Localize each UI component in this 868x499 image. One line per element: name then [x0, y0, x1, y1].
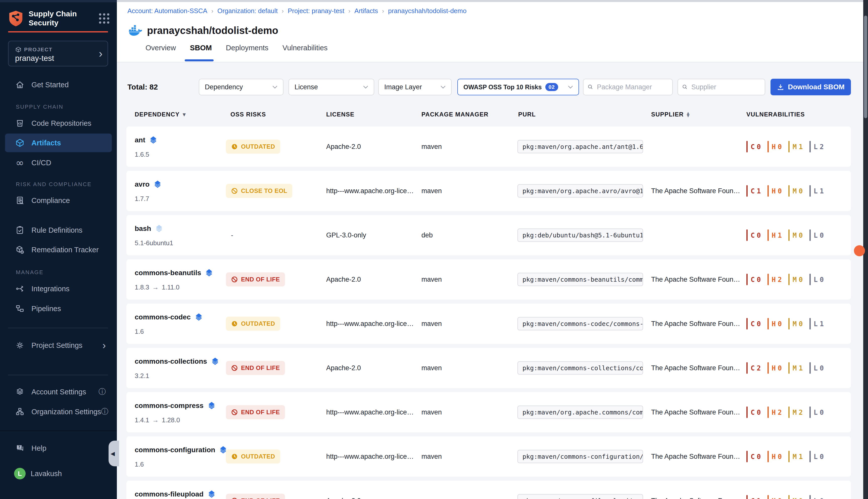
sidebar-collapse-handle[interactable]: ◀	[109, 441, 119, 466]
purl-chip[interactable]: pkg:maven/org.apache.avro/avro@1…	[517, 184, 643, 198]
license-filter-select[interactable]: License	[289, 79, 374, 95]
owasp-risks-filter-select[interactable]: OWASP OSS Top 10 Risks 02	[457, 79, 579, 95]
window-top-edge	[0, 0, 117, 2]
supplier-search-input[interactable]	[691, 83, 761, 91]
image-layer-filter-select[interactable]: Image Layer	[378, 79, 452, 95]
window-top-edge	[117, 0, 868, 2]
vuln-medium-count: M0	[788, 229, 803, 241]
sidebar-item-project-settings[interactable]: Project Settings ›	[5, 336, 112, 355]
table-row[interactable]: commons-beanutils 1.8.3→1.11.0 END OF LI…	[126, 259, 851, 300]
breadcrumb-current[interactable]: pranaycshah/todolist-demo	[388, 7, 466, 15]
table-row[interactable]: commons-fileupload END OF LIFE Apa	[126, 480, 851, 499]
section-manage: MANAGE	[16, 269, 43, 276]
dependency-name: commons-beanutils	[135, 269, 201, 277]
supplier-cell: The Apache Software Foun…	[651, 409, 740, 416]
dependency-name: commons-fileupload	[135, 490, 203, 498]
purl-chip[interactable]: pkg:maven/commons-fileupload/com…	[517, 494, 643, 499]
table-row[interactable]: commons-compress 1.4.1→1.28.0 END OF LIF…	[126, 392, 851, 433]
sort-desc-icon: ▼	[183, 112, 186, 117]
column-header-vulnerabilities[interactable]: VULNERABILITIES	[746, 111, 805, 118]
column-header-package-manager[interactable]: PACKAGE MANAGER	[422, 111, 489, 118]
tab-sbom[interactable]: SBOM	[189, 42, 212, 53]
table-row[interactable]: commons-collections 3.2.1 END OF LIFE	[126, 348, 851, 388]
sidebar-item-remediation-tracker[interactable]: Remediation Tracker	[5, 241, 112, 259]
purl-chip[interactable]: pkg:maven/commons-beanutils/comm…	[517, 273, 643, 286]
package-manager-search-input[interactable]	[596, 83, 668, 91]
tab-vulnerabilities[interactable]: Vulnerabilities	[282, 42, 328, 53]
info-icon[interactable]: ⓘ	[101, 407, 108, 417]
package-manager-cell: maven	[422, 453, 442, 461]
sidebar-item-account-settings[interactable]: Account Settings ⓘ	[5, 382, 112, 401]
chevron-right-icon: ›	[102, 340, 106, 350]
sidebar-item-help[interactable]: ? Help	[5, 439, 112, 458]
notification-dot[interactable]	[854, 245, 865, 256]
info-icon[interactable]: ⓘ	[99, 387, 106, 397]
dependency-version: 1.6	[135, 328, 150, 336]
table-row[interactable]: commons-codec 1.6 OUTDATED http---w	[126, 304, 851, 344]
column-header-dependency[interactable]: DEPENDENCY▼	[135, 111, 186, 118]
vuln-critical-count: C2	[746, 362, 761, 374]
block-icon	[231, 409, 238, 416]
layers-icon	[194, 313, 203, 322]
breadcrumb-organization[interactable]: Organization: default	[217, 7, 278, 15]
project-selector[interactable]: PROJECT pranay-test ›	[8, 41, 108, 66]
purl-chip[interactable]: pkg:maven/commons-codec/commons-…	[517, 317, 643, 330]
module-grid-icon[interactable]	[99, 13, 109, 24]
supplier-cell: The Apache Software Foun…	[651, 364, 740, 372]
purl-chip[interactable]: pkg:maven/org.apache.ant/ant@1.6…	[517, 140, 643, 154]
page-title-row: pranaycshah/todolist-demo	[128, 18, 278, 43]
sidebar-item-cicd[interactable]: ∞ CI/CD	[5, 154, 112, 172]
sidebar-item-integrations[interactable]: Integrations	[5, 279, 112, 298]
vuln-critical-count: C0	[746, 451, 761, 462]
table-row[interactable]: commons-configuration 1.6 OUTDATED	[126, 436, 851, 477]
sidebar-item-code-repositories[interactable]: Code Repositories	[5, 114, 112, 133]
dependency-version: 1.7.7	[135, 195, 155, 203]
purl-chip[interactable]: pkg:maven/commons-collections/co…	[517, 362, 643, 375]
breadcrumb-artifacts[interactable]: Artifacts	[354, 7, 378, 15]
vuln-low-count: L2	[809, 141, 824, 153]
tab-deployments[interactable]: Deployments	[225, 42, 269, 53]
package-manager-cell: deb	[422, 231, 433, 239]
tab-overview[interactable]: Overview	[145, 42, 176, 53]
column-header-oss-risks[interactable]: OSS RISKS	[230, 111, 266, 118]
scrollbar-thumb[interactable]	[864, 16, 867, 118]
sidebar-item-artifacts[interactable]: Artifacts	[5, 134, 112, 152]
vulnerabilities-cell: C1H0M0L1	[746, 185, 824, 197]
sidebar-item-get-started[interactable]: Get Started	[5, 75, 112, 94]
sidebar-divider	[8, 328, 108, 328]
breadcrumb-project[interactable]: Project: pranay-test	[288, 7, 344, 15]
column-header-license[interactable]: LICENSE	[326, 111, 354, 118]
sidebar-item-rule-definitions[interactable]: Rule Definitions	[5, 221, 112, 240]
docker-icon	[128, 24, 142, 36]
block-icon	[231, 364, 238, 372]
package-manager-cell: maven	[422, 409, 442, 416]
vuln-low-count: L1	[809, 318, 824, 329]
sidebar-item-compliance[interactable]: Compliance	[5, 191, 112, 210]
app-title: Supply Chain Security	[29, 9, 77, 27]
package-manager-cell: maven	[422, 276, 442, 283]
sidebar-item-pipelines[interactable]: Pipelines	[5, 299, 112, 318]
user-menu[interactable]: L Lavakush	[5, 464, 112, 483]
vuln-high-count: H0	[767, 362, 782, 374]
organization-tree-icon	[15, 407, 25, 416]
breadcrumb-account[interactable]: Account: Automation-SSCA	[127, 7, 207, 15]
infinity-icon: ∞	[16, 158, 24, 168]
table-row[interactable]: ant 1.6.5 OUTDATED Apache-2.0 m	[126, 126, 851, 167]
license-cell: http---www.apache.org-lice…	[326, 409, 414, 416]
sidebar-item-organization-settings[interactable]: Organization Settings ⓘ	[5, 402, 112, 421]
purl-chip[interactable]: pkg:maven/commons-configuration/…	[517, 450, 643, 463]
table-row[interactable]: avro 1.7.7 CLOSE TO EOL http---www.	[126, 171, 851, 211]
dependency-filter-select[interactable]: Dependency	[199, 79, 284, 95]
supplier-search	[678, 79, 765, 95]
column-header-purl[interactable]: PURL	[518, 111, 536, 118]
purl-chip[interactable]: pkg:maven/org.apache.commons/com…	[517, 406, 643, 419]
column-header-supplier[interactable]: SUPPLIER ▲▼	[651, 111, 690, 118]
table-row[interactable]: bash 5.1-6ubuntu1 - GPL-3.0-only deb pkg…	[126, 215, 851, 255]
purl-chip[interactable]: pkg:deb/ubuntu/bash@5.1-6ubuntu1	[517, 229, 643, 242]
vuln-high-count: H0	[767, 318, 782, 329]
vuln-low-count: L0	[809, 362, 824, 374]
vuln-medium-count: M0	[788, 318, 803, 329]
oss-risk-badge: OUTDATED	[226, 139, 280, 154]
license-cell: Apache-2.0	[326, 276, 361, 283]
download-sbom-button[interactable]: Download SBOM	[770, 79, 851, 95]
